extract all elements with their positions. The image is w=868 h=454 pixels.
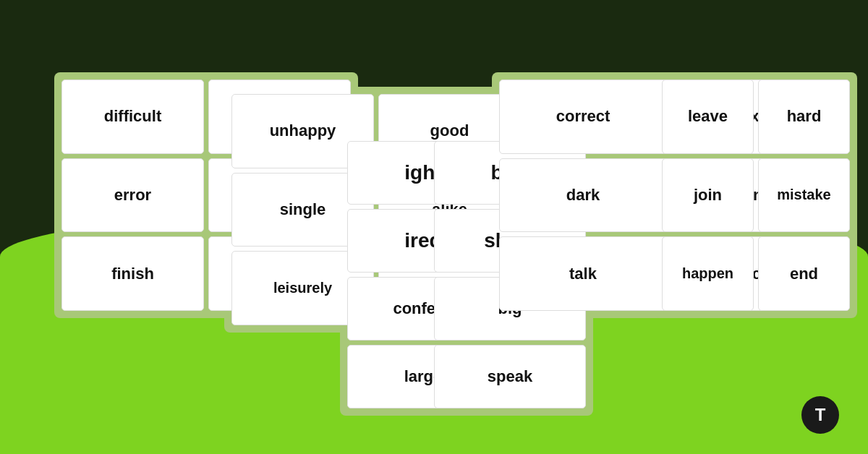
word-cell: mistake [758, 158, 850, 233]
word-cell: happen [662, 236, 754, 311]
word-cell: leave [662, 80, 754, 154]
word-cell: error [61, 158, 204, 233]
word-cell: dark [499, 158, 667, 233]
logo-circle: T [801, 396, 839, 434]
logo-symbol: T [815, 405, 826, 425]
word-cell: talk [499, 236, 667, 311]
word-cell: end [758, 236, 850, 311]
word-cell: hard [758, 80, 850, 154]
word-cell: finish [61, 236, 204, 311]
word-cell: correct [499, 80, 667, 154]
word-cell: difficult [61, 80, 204, 154]
word-cell: join [662, 158, 754, 233]
word-cell: speak [434, 345, 586, 408]
